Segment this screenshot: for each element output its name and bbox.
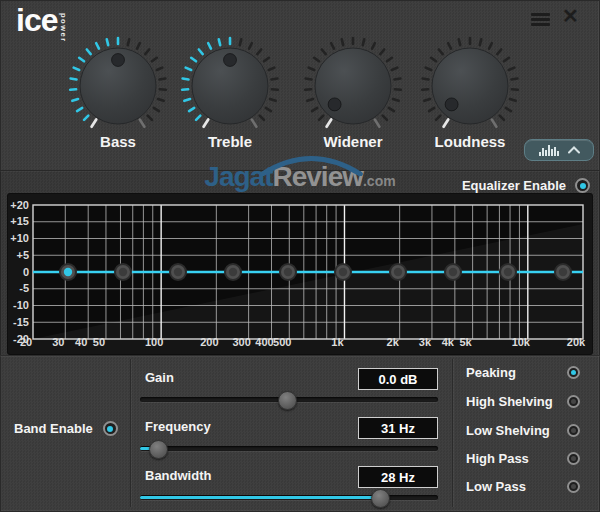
frequency-value: 31 Hz — [358, 417, 438, 439]
x-axis-label: 30 — [52, 336, 64, 348]
x-axis-label: 20 — [20, 336, 32, 348]
filter-option-low-pass-label: Low Pass — [466, 479, 526, 494]
knob-treble[interactable] — [180, 36, 280, 136]
filter-type-list: PeakingHigh ShelvingLow ShelvingHigh Pas… — [452, 356, 600, 512]
eq-band-node-31hz[interactable] — [60, 264, 76, 280]
y-axis-label: +5 — [16, 249, 29, 261]
eq-band-node-62hz[interactable] — [115, 264, 131, 280]
eq-band-node-125hz[interactable] — [170, 264, 186, 280]
app-window: ice power ✕ BassTrebleWidenerLoudness Ja… — [0, 0, 600, 512]
eq-band-node-500hz[interactable] — [280, 264, 296, 280]
band-enable-control: Band Enable — [14, 421, 118, 436]
equalizer-enable-control: Equalizer Enable — [462, 178, 590, 193]
sliders-column: Gain0.0 dBFrequency31 HzBandwidth28 Hz — [128, 356, 452, 512]
x-axis-label: 40 — [75, 336, 87, 348]
watermark-arc-icon — [256, 154, 366, 176]
filter-option-low-shelving-label: Low Shelving — [466, 423, 550, 438]
filter-option-high-shelving-radio[interactable] — [567, 395, 580, 408]
filter-option-high-shelving-label: High Shelving — [466, 394, 553, 409]
x-axis-label: 300 — [232, 336, 250, 348]
close-icon[interactable]: ✕ — [562, 4, 579, 28]
bandwidth-value: 28 Hz — [358, 466, 438, 488]
filter-option-low-shelving-radio[interactable] — [567, 424, 580, 437]
bars-chart-icon — [538, 144, 560, 157]
knob-bass-label: Bass — [58, 133, 178, 150]
app-logo-subtext: power — [59, 13, 68, 43]
eq-graph-panel: +20+15+10+50-5-10-15-2020304050100200300… — [8, 194, 592, 354]
y-axis-label: -5 — [19, 282, 29, 294]
knob-bass[interactable] — [68, 36, 168, 136]
x-axis-label: 50 — [93, 336, 105, 348]
y-axis-label: 0 — [23, 266, 29, 278]
app-logo: ice — [16, 2, 57, 39]
menu-icon[interactable] — [531, 13, 550, 28]
eq-band-node-16000hz[interactable] — [555, 264, 571, 280]
x-axis-label: 200 — [200, 336, 218, 348]
band-enable-radio[interactable] — [103, 421, 118, 436]
x-axis-label: 4k — [442, 336, 455, 348]
watermark-suffix: .com — [363, 173, 396, 189]
equalizer-enable-radio[interactable] — [575, 178, 590, 193]
filter-option-peaking-label: Peaking — [466, 365, 516, 380]
x-axis-label: 10k — [512, 336, 531, 348]
y-axis-label: +20 — [10, 199, 29, 211]
x-axis-label: 5k — [459, 336, 472, 348]
x-axis-label: 500 — [273, 336, 291, 348]
equalizer-collapse-button[interactable] — [524, 139, 594, 161]
frequency-label: Frequency — [145, 419, 211, 434]
knob-loudness[interactable] — [420, 36, 520, 136]
chevron-up-icon — [568, 146, 580, 154]
x-axis-label: 100 — [145, 336, 163, 348]
x-axis-label: 1k — [331, 336, 344, 348]
knob-treble-label: Treble — [170, 133, 290, 150]
eq-band-node-2000hz[interactable] — [390, 264, 406, 280]
knob-loudness-label: Loudness — [410, 133, 530, 150]
eq-band-node-4000hz[interactable] — [445, 264, 461, 280]
y-axis-label: +15 — [10, 215, 29, 227]
y-axis-label: +10 — [10, 232, 29, 244]
knob-widener[interactable] — [303, 36, 403, 136]
gain-value: 0.0 dB — [358, 368, 438, 390]
filter-option-high-pass-label: High Pass — [466, 451, 529, 466]
eq-band-node-8000hz[interactable] — [500, 264, 516, 280]
frequency-slider-track[interactable] — [140, 446, 438, 451]
bandwidth-slider-fill — [140, 496, 380, 499]
bandwidth-slider-thumb[interactable] — [371, 489, 390, 508]
band-enable-label: Band Enable — [14, 421, 93, 436]
x-axis-label: 2k — [387, 336, 400, 348]
y-axis-label: -10 — [13, 299, 29, 311]
frequency-slider-thumb[interactable] — [149, 440, 168, 459]
eq-graph: +20+15+10+50-5-10-15-2020304050100200300… — [8, 194, 592, 354]
x-axis-label: 20k — [567, 336, 586, 348]
filter-option-peaking-radio[interactable] — [567, 366, 580, 379]
x-axis-label: 3k — [419, 336, 432, 348]
eq-band-node-250hz[interactable] — [225, 264, 241, 280]
filter-option-high-pass-radio[interactable] — [567, 452, 580, 465]
watermark: JagatReview.com — [204, 161, 395, 193]
gain-slider-thumb[interactable] — [278, 391, 297, 410]
y-axis-label: -15 — [13, 316, 29, 328]
knob-widener-label: Widener — [293, 133, 413, 150]
eq-band-node-1000hz[interactable] — [335, 264, 351, 280]
filter-option-low-pass-radio[interactable] — [567, 480, 580, 493]
bandwidth-label: Bandwidth — [145, 468, 211, 483]
x-axis-label: 400 — [255, 336, 273, 348]
equalizer-enable-label: Equalizer Enable — [462, 178, 566, 193]
gain-label: Gain — [145, 370, 174, 385]
